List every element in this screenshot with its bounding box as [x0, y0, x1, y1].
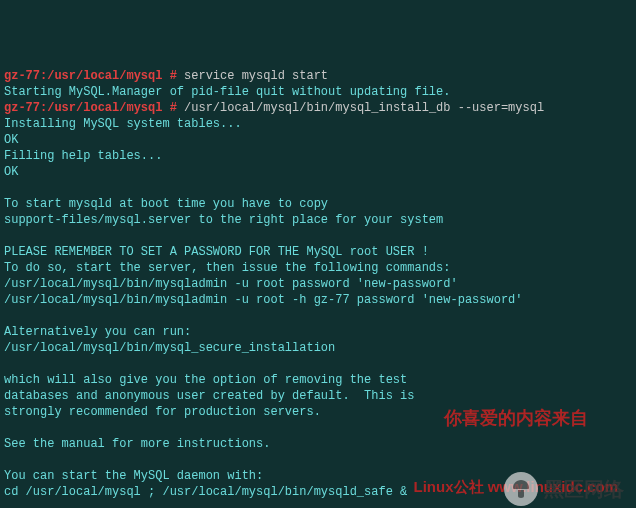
output-line: PLEASE REMEMBER TO SET A PASSWORD FOR TH…: [4, 245, 429, 259]
output-line: OK: [4, 165, 18, 179]
command-text: service mysqld start: [184, 69, 328, 83]
output-line: support-files/mysql.server to the right …: [4, 213, 443, 227]
output-line: /usr/local/mysql/bin/mysqladmin -u root …: [4, 277, 458, 291]
output-line: Starting MySQL.Manager of pid-file quit …: [4, 85, 450, 99]
output-line: To start mysqld at boot time you have to…: [4, 197, 328, 211]
output-line: strongly recommended for production serv…: [4, 405, 321, 419]
output-line: To do so, start the server, then issue t…: [4, 261, 450, 275]
output-line: You can start the MySQL daemon with:: [4, 469, 263, 483]
command-text: /usr/local/mysql/bin/mysql_install_db --…: [184, 101, 544, 115]
output-line: OK: [4, 133, 18, 147]
output-line: See the manual for more instructions.: [4, 437, 270, 451]
output-line: /usr/local/mysql/bin/mysqladmin -u root …: [4, 293, 522, 307]
output-line: /usr/local/mysql/bin/mysql_secure_instal…: [4, 341, 335, 355]
output-line: cd /usr/local/mysql ; /usr/local/mysql/b…: [4, 485, 407, 499]
output-line: databases and anonymous user created by …: [4, 389, 414, 403]
shell-prompt: gz-77:/usr/local/mysql #: [4, 101, 177, 115]
output-line: which will also give you the option of r…: [4, 373, 407, 387]
output-line: Filling help tables...: [4, 149, 162, 163]
shell-prompt: gz-77:/usr/local/mysql #: [4, 69, 177, 83]
output-line: Installing MySQL system tables...: [4, 117, 242, 131]
terminal-output: gz-77:/usr/local/mysql # service mysqld …: [4, 68, 632, 508]
output-line: Alternatively you can run:: [4, 325, 191, 339]
